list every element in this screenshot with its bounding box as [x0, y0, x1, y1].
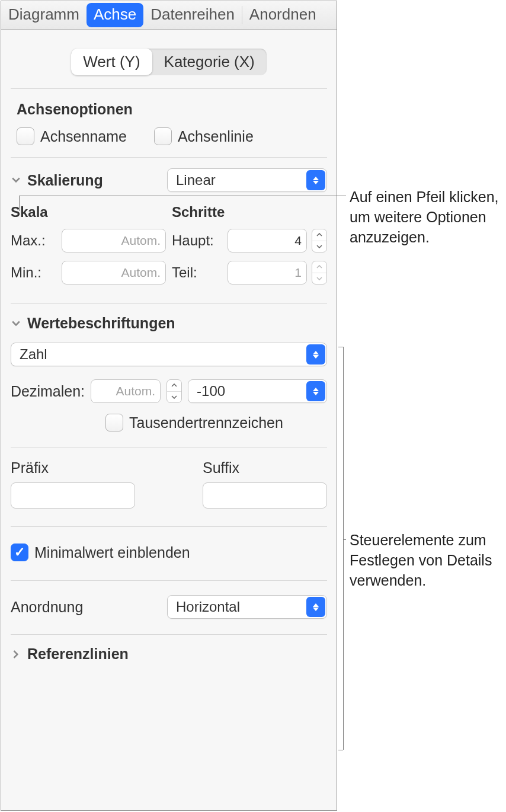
thousands-separator-row: Tausendertrennzeichen — [105, 414, 283, 431]
show-minimum-checkbox[interactable] — [11, 544, 28, 561]
min-input[interactable]: Autom. — [62, 261, 166, 284]
select-arrows-icon — [306, 344, 325, 365]
chevron-down-icon[interactable] — [11, 175, 21, 186]
scaling-type-value: Linear — [176, 172, 216, 188]
stepper-up-icon[interactable] — [312, 261, 326, 273]
chevron-right-icon[interactable] — [11, 649, 21, 660]
steps-column: Schritte Haupt: 4 Teil: 1 — [172, 204, 327, 293]
tab-diagram[interactable]: Diagramm — [1, 1, 87, 29]
stepper-down-icon[interactable] — [312, 241, 326, 252]
callout-line — [338, 750, 343, 750]
max-input[interactable]: Autom. — [62, 229, 166, 252]
segment-category-x[interactable]: Kategorie (X) — [152, 49, 267, 75]
select-arrows-icon — [306, 170, 325, 190]
scaling-section: Skalierung Linear Skala Max.: Autom. Min… — [11, 158, 327, 304]
axis-options-title: Achsenoptionen — [17, 101, 321, 118]
value-format-select[interactable]: Zahl — [11, 343, 327, 366]
suffix-group: Suffix — [203, 459, 327, 509]
value-format-value: Zahl — [20, 346, 47, 363]
select-arrows-icon — [306, 597, 325, 617]
prefix-group: Präfix — [11, 459, 135, 509]
scaling-title: Skalierung — [27, 172, 103, 189]
tab-axis[interactable]: Achse — [87, 3, 143, 27]
axis-line-label: Achsenlinie — [178, 128, 254, 145]
decimals-label: Dezimalen: — [11, 383, 85, 400]
show-minimum-label: Minimalwert einblenden — [34, 544, 190, 561]
select-arrows-icon — [306, 381, 325, 401]
axis-segmented-control: Wert (Y) Kategorie (X) — [71, 49, 266, 75]
callout-line — [19, 196, 20, 211]
orientation-label: Anordnung — [11, 599, 83, 616]
axis-line-checkbox-row: Achsenlinie — [154, 127, 254, 145]
decimals-stepper[interactable] — [166, 379, 182, 403]
scaling-type-select[interactable]: Linear — [167, 168, 327, 192]
inspector-panel: Diagramm Achse Datenreihen Anordnen Wert… — [1, 1, 337, 811]
steps-title: Schritte — [172, 204, 327, 220]
major-input[interactable]: 4 — [228, 229, 307, 252]
stepper-up-icon[interactable] — [167, 380, 181, 392]
stepper-down-icon[interactable] — [312, 273, 326, 284]
minor-label: Teil: — [172, 264, 223, 281]
axis-selector-row: Wert (Y) Kategorie (X) — [11, 30, 327, 89]
major-stepper[interactable] — [312, 229, 327, 252]
decimals-input[interactable]: Autom. — [91, 379, 161, 403]
axis-name-label: Achsenname — [40, 128, 127, 145]
scale-column: Skala Max.: Autom. Min.: Autom. — [11, 204, 166, 293]
max-label: Max.: — [11, 232, 57, 249]
reference-lines-title: Referenzlinien — [27, 645, 129, 663]
scale-title: Skala — [11, 204, 166, 220]
stepper-up-icon[interactable] — [312, 229, 326, 241]
segment-value-y[interactable]: Wert (Y) — [71, 49, 152, 75]
axis-name-checkbox[interactable] — [17, 127, 34, 145]
suffix-input[interactable] — [203, 482, 327, 509]
stepper-down-icon[interactable] — [167, 392, 181, 403]
top-tabs: Diagramm Achse Datenreihen Anordnen — [1, 1, 337, 30]
value-labels-section: Wertebeschriftungen Zahl Dezimalen: Auto… — [11, 304, 327, 635]
min-label: Min.: — [11, 264, 57, 281]
callout-line — [19, 196, 346, 196]
thousands-separator-checkbox[interactable] — [105, 414, 123, 431]
suffix-label: Suffix — [203, 459, 327, 477]
negative-format-select[interactable]: -100 — [188, 379, 327, 403]
orientation-select[interactable]: Horizontal — [167, 595, 327, 619]
chevron-down-icon[interactable] — [11, 318, 21, 329]
callout-line — [343, 539, 346, 540]
minor-stepper[interactable] — [312, 261, 327, 284]
thousands-separator-label: Tausendertrennzeichen — [129, 414, 283, 431]
orientation-value: Horizontal — [176, 599, 240, 615]
callout-line — [343, 347, 344, 750]
tab-series[interactable]: Datenreihen — [143, 1, 242, 29]
axis-line-checkbox[interactable] — [154, 127, 172, 145]
prefix-label: Präfix — [11, 459, 135, 477]
tab-arrange[interactable]: Anordnen — [242, 1, 324, 29]
annotation-controls-detail: Steuerelemente zum Festlegen von Details… — [350, 530, 501, 590]
callout-line — [338, 347, 343, 347]
axis-name-checkbox-row: Achsenname — [17, 127, 127, 145]
axis-options-section: Achsenoptionen Achsenname Achsenlinie — [11, 89, 327, 158]
annotation-arrow-click: Auf einen Pfeil klicken, um weitere Opti… — [350, 187, 501, 247]
negative-format-value: -100 — [197, 383, 225, 399]
show-minimum-row: Minimalwert einblenden — [11, 544, 327, 561]
major-label: Haupt: — [172, 232, 223, 249]
prefix-input[interactable] — [11, 482, 135, 509]
value-labels-title: Wertebeschriftungen — [27, 315, 175, 332]
minor-input[interactable]: 1 — [228, 261, 307, 284]
reference-lines-section: Referenzlinien — [11, 635, 327, 673]
